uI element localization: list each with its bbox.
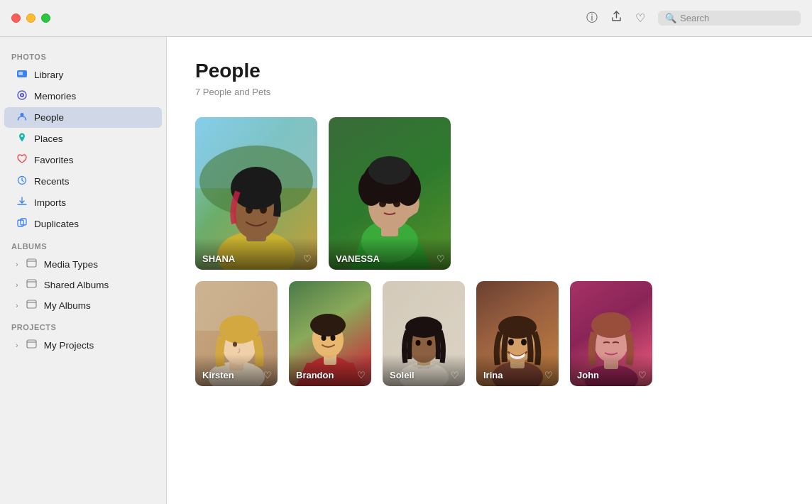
people-grid: SHANA ♡ [195,117,784,386]
person-card-vanessa[interactable]: VANESSA ♡ [329,117,451,270]
places-icon [16,132,28,146]
svg-point-4 [21,94,23,96]
recents-icon [16,175,28,188]
sidebar-item-recents[interactable]: Recents [4,171,162,192]
person-name-vanessa: VANESSA [336,253,380,264]
sidebar-item-library[interactable]: Library [4,65,162,85]
person-card-irina[interactable]: Irina ♡ [476,281,559,386]
person-card-kirsten[interactable]: Kirsten ♡ [195,281,278,386]
sidebar-item-label-imports: Imports [34,197,66,208]
sidebar-item-memories[interactable]: Memories [4,86,162,106]
memories-icon [16,89,28,103]
svg-point-46 [322,335,327,341]
svg-point-40 [233,342,237,347]
person-name-brandon: Brandon [296,370,334,380]
person-name-irina: Irina [483,370,503,380]
sidebar-item-label-places: Places [34,133,63,144]
person-card-soleil[interactable]: Soleil ♡ [383,281,465,386]
person-name-bar-shana: SHANA ♡ [195,238,317,270]
sidebar-item-my-projects[interactable]: › My Projects [4,335,162,355]
svg-point-45 [310,314,346,336]
svg-point-33 [368,156,411,185]
close-button[interactable] [11,13,21,23]
svg-rect-10 [27,259,36,267]
person-heart-soleil[interactable]: ♡ [451,370,459,380]
main-layout: Photos Library Memories People [0,37,812,504]
svg-point-53 [405,317,442,338]
people-row-2: Kirsten ♡ [195,281,784,386]
minimize-button[interactable] [26,13,35,23]
sidebar-item-favorites[interactable]: Favorites [4,150,162,170]
shared-albums-icon [26,278,38,291]
sidebar-item-media-types[interactable]: › Media Types [4,254,162,274]
titlebar: ⓘ ♡ 🔍 [0,0,812,37]
traffic-lights [11,13,50,23]
sidebar-item-label-media-types: Media Types [44,259,98,270]
person-name-bar-kirsten: Kirsten ♡ [195,354,278,386]
person-card-shana[interactable]: SHANA ♡ [195,117,317,270]
svg-rect-11 [27,280,36,287]
albums-section-label: Albums [0,235,166,253]
info-icon[interactable]: ⓘ [586,11,598,26]
sidebar-item-places[interactable]: Places [4,128,162,149]
sidebar-item-label-library: Library [34,70,63,80]
person-heart-irina[interactable]: ♡ [544,370,553,380]
svg-point-61 [508,339,514,346]
page-subtitle: 7 People and Pets [195,87,784,97]
people-icon [16,111,28,124]
svg-rect-13 [27,340,36,348]
sidebar-item-duplicates[interactable]: Duplicates [4,214,162,234]
people-row-1: SHANA ♡ [195,117,784,270]
share-icon[interactable] [610,11,622,26]
svg-rect-1 [18,72,23,75]
sidebar-item-label-my-projects: My Projects [44,340,94,351]
titlebar-actions: ⓘ ♡ 🔍 [586,11,801,26]
search-input[interactable] [680,13,794,23]
projects-section-label: Projects [0,316,166,334]
chevron-right-icon-2: › [16,280,18,289]
person-name-bar-vanessa: VANESSA ♡ [329,238,451,270]
person-heart-vanessa[interactable]: ♡ [437,253,445,264]
person-card-john[interactable]: John ♡ [570,281,652,386]
sidebar-item-imports[interactable]: Imports [4,192,162,213]
search-icon: 🔍 [665,13,676,23]
svg-point-55 [427,340,432,346]
maximize-button[interactable] [41,13,50,23]
sidebar-item-people[interactable]: People [4,107,162,128]
svg-point-6 [21,135,23,137]
person-name-bar-soleil: Soleil ♡ [383,354,465,386]
person-heart-kirsten[interactable]: ♡ [263,370,272,380]
svg-rect-12 [27,300,36,308]
person-name-john: John [577,370,599,380]
chevron-right-icon: › [16,260,18,268]
svg-point-62 [521,339,527,346]
person-heart-shana[interactable]: ♡ [303,253,312,264]
page-title: People [195,60,784,82]
sidebar-item-shared-albums[interactable]: › Shared Albums [4,275,162,295]
sidebar-item-label-duplicates: Duplicates [34,219,79,229]
person-name-bar-brandon: Brandon ♡ [289,354,371,386]
sidebar-item-my-albums[interactable]: › My Albums [4,295,162,315]
person-name-shana: SHANA [202,253,235,264]
svg-point-54 [416,340,421,346]
svg-point-47 [331,335,336,341]
person-name-bar-john: John ♡ [570,354,652,386]
photos-section-label: Photos [0,45,166,64]
search-bar[interactable]: 🔍 [658,11,801,26]
person-card-brandon[interactable]: Brandon ♡ [289,281,371,386]
my-albums-icon [26,299,38,312]
chevron-right-icon-3: › [16,301,18,309]
person-heart-john[interactable]: ♡ [638,370,647,380]
sidebar-item-label-favorites: Favorites [34,155,74,165]
sidebar-item-label-shared-albums: Shared Albums [44,280,109,290]
person-heart-brandon[interactable]: ♡ [357,370,366,380]
sidebar-item-label-my-albums: My Albums [44,300,91,311]
svg-point-60 [498,316,537,339]
media-types-icon [26,258,38,270]
sidebar-item-label-people: People [34,112,64,123]
favorite-icon[interactable]: ♡ [635,11,645,25]
duplicates-icon [16,217,28,231]
person-name-kirsten: Kirsten [202,370,234,380]
person-name-soleil: Soleil [390,370,415,380]
sidebar: Photos Library Memories People [0,37,167,504]
